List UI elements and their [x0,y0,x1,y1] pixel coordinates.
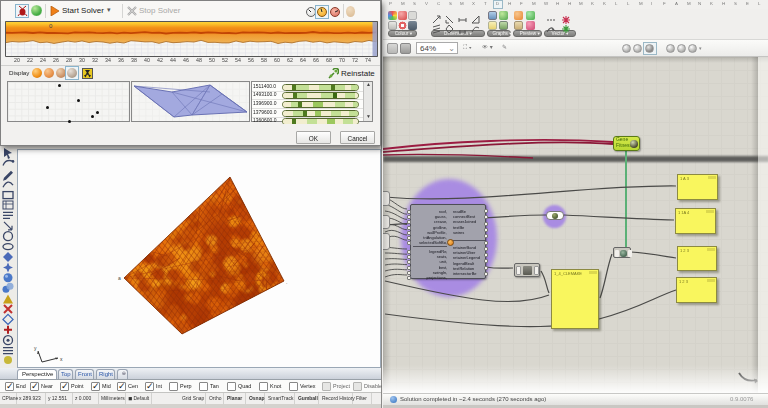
svg-text:a: a [118,275,121,281]
svg-text:.: . [286,279,287,285]
svg-text:x: x [60,356,63,362]
svg-text:y: y [34,345,37,351]
